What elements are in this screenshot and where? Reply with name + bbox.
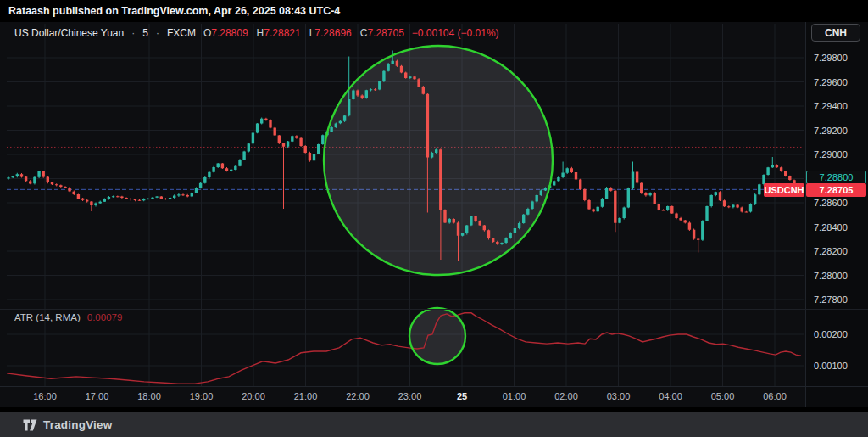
- symbol-legend[interactable]: US Dollar/Chinese Yuan · 5 · FXCM O7.288…: [14, 27, 499, 39]
- atr-line: [7, 313, 801, 384]
- change-value: −0.00104 (−0.01%): [412, 27, 499, 39]
- price-tick-label: 7.29800: [806, 52, 868, 64]
- chart-plot-canvas[interactable]: [0, 22, 868, 407]
- time-tick-label: 16:00: [33, 390, 57, 402]
- publish-info-bar: Rataash published on TradingView.com, Ap…: [0, 0, 868, 22]
- open-value: 7.28809: [211, 27, 248, 39]
- time-tick-label: 06:00: [763, 390, 787, 402]
- publish-info-text: Rataash published on TradingView.com, Ap…: [8, 5, 340, 17]
- tradingview-snapshot: Rataash published on TradingView.com, Ap…: [0, 0, 868, 437]
- time-tick-label: 01:00: [503, 390, 526, 402]
- time-tick-label: 23:00: [398, 390, 422, 402]
- last-price-symbol-tag: USDCNH: [764, 183, 804, 197]
- price-tick-label: 7.28400: [806, 221, 868, 233]
- price-tick-label: 0.00100: [806, 360, 868, 372]
- price-tick-label: 7.27800: [806, 294, 868, 305]
- price-tick-label: 0.00200: [806, 328, 868, 340]
- footer-bar: TradingView: [0, 412, 868, 437]
- price-tick-label: 7.28600: [806, 197, 868, 209]
- low-value: 7.28696: [314, 27, 351, 39]
- time-tick-label: 02:00: [554, 390, 578, 402]
- close-value: 7.28705: [367, 27, 403, 39]
- price-scale[interactable]: 7.298007.296007.294007.292007.290007.288…: [805, 22, 868, 407]
- ohlc-values: O7.28809 H7.28821 L7.28696 C7.28705: [203, 27, 404, 39]
- tradingview-wordmark[interactable]: TradingView: [43, 418, 112, 431]
- exchange-label: FXCM: [167, 27, 196, 39]
- time-axis-separator: [0, 386, 868, 387]
- time-tick-label: 25: [457, 390, 467, 402]
- price-tick-label: 7.28000: [806, 270, 868, 282]
- price-tick-label: 7.29200: [806, 125, 868, 137]
- annotation-circle-fill: [324, 46, 553, 275]
- price-tick-label: 7.29000: [806, 148, 868, 160]
- price-tick-label: 7.28200: [806, 245, 868, 257]
- time-tick-label: 05:00: [711, 390, 735, 402]
- time-tick-label: 19:00: [190, 390, 214, 402]
- price-tick-label: 7.29600: [806, 76, 868, 88]
- price-tick-label: 7.29400: [806, 100, 868, 112]
- time-tick-label: 18:00: [137, 390, 161, 402]
- time-tick-label: 03:00: [607, 390, 631, 402]
- time-tick-label: 20:00: [242, 390, 265, 402]
- countdown-price-tag: 7.28800: [806, 171, 866, 184]
- time-tick-label: 21:00: [294, 390, 318, 402]
- currency-toggle-button[interactable]: CNH: [811, 24, 860, 42]
- interval-label: 5: [142, 27, 148, 39]
- time-tick-label: 22:00: [346, 390, 370, 402]
- tradingview-logo-icon[interactable]: [23, 419, 37, 431]
- time-tick-label: 04:00: [659, 390, 682, 402]
- symbol-title: US Dollar/Chinese Yuan: [14, 27, 124, 39]
- indicator-title: ATR (14, RMA): [14, 312, 81, 322]
- last-price-tag: 7.28705: [806, 183, 866, 197]
- indicator-value: 0.00079: [87, 312, 123, 322]
- pane-separator[interactable]: [0, 309, 868, 310]
- indicator-legend[interactable]: ATR (14, RMA) 0.00079: [14, 312, 122, 322]
- high-value: 7.28821: [264, 27, 300, 39]
- time-tick-label: 17:00: [86, 390, 109, 402]
